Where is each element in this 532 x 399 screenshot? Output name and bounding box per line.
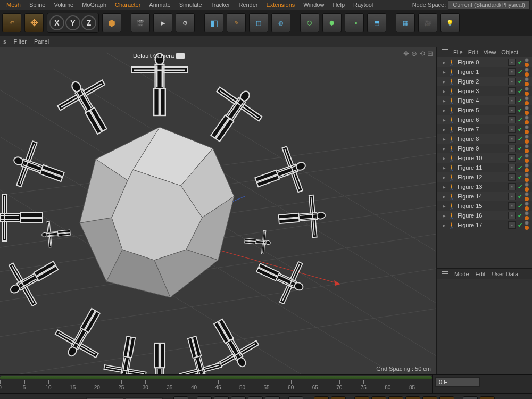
burger-icon[interactable] — [442, 271, 448, 277]
visibility-toggle[interactable]: ✔ — [518, 107, 522, 114]
layer-toggle[interactable]: ▪ — [508, 221, 516, 229]
menu-tracker[interactable]: Tracker — [206, 1, 235, 9]
object-row[interactable]: ▸🚶Figure 7▪✔ — [437, 124, 532, 134]
viewport[interactable]: Default Camera ✥ ⊕ ⟲ ⊞ Grid Spacing : 50… — [0, 47, 437, 374]
move-tool-button[interactable]: ✥ — [24, 13, 44, 32]
visibility-toggle[interactable]: ✔ — [518, 145, 522, 152]
layer-toggle[interactable]: ▪ — [508, 59, 516, 66]
render-view-button[interactable]: ▶ — [153, 13, 172, 32]
render-dots[interactable] — [525, 154, 529, 163]
object-row[interactable]: ▸🚶Figure 0▪✔ — [437, 57, 532, 67]
axis-y-button[interactable]: Y — [65, 15, 80, 30]
sound-button[interactable]: 🔊 — [463, 396, 478, 399]
object-row[interactable]: ▸🚶Figure 3▪✔ — [437, 86, 532, 96]
subbar-filter[interactable]: Filter — [14, 38, 27, 45]
layer-toggle[interactable]: ▪ — [508, 193, 516, 200]
next-frame-button[interactable]: ▶ — [248, 396, 263, 399]
record-button[interactable]: ● — [314, 396, 329, 399]
object-row[interactable]: ▸🚶Figure 2▪✔ — [437, 77, 532, 86]
object-row[interactable]: ▸🚶Figure 5▪✔ — [437, 105, 532, 115]
layer-toggle[interactable]: ▪ — [508, 116, 516, 123]
visibility-toggle[interactable]: ✔ — [518, 212, 522, 219]
menu-spline[interactable]: Spline — [25, 1, 50, 9]
viewport-zoom-icon[interactable]: ⊕ — [411, 49, 417, 57]
render-dots[interactable] — [525, 182, 529, 192]
object-row[interactable]: ▸🚶Figure 17▪✔ — [437, 220, 532, 230]
undo-button[interactable]: ↶ — [2, 13, 21, 32]
menu-help[interactable]: Help — [328, 1, 349, 9]
viewport-rotate-icon[interactable]: ⟲ — [419, 49, 425, 57]
visibility-toggle[interactable]: ✔ — [518, 97, 522, 104]
am-edit[interactable]: Edit — [476, 271, 486, 277]
menu-window[interactable]: Window — [299, 1, 328, 9]
layer-toggle[interactable]: ▪ — [508, 154, 516, 162]
marker-button[interactable]: ▥ — [480, 396, 495, 399]
layer-toggle[interactable]: ▪ — [508, 183, 516, 190]
layer-toggle[interactable]: ▪ — [508, 68, 516, 76]
current-frame-field[interactable]: 0 F — [435, 377, 480, 387]
menu-render[interactable]: Render — [234, 1, 262, 9]
layer-toggle[interactable]: ▪ — [508, 145, 516, 152]
object-row[interactable]: ▸🚶Figure 13▪✔ — [437, 182, 532, 192]
pos-key-button[interactable]: ✥ — [371, 396, 386, 399]
render-dots[interactable] — [525, 115, 529, 124]
layer-toggle[interactable]: ▪ — [508, 87, 516, 95]
visibility-toggle[interactable]: ✔ — [518, 78, 522, 85]
next-key-button[interactable]: ⏭ — [265, 396, 280, 399]
render-settings-button[interactable]: 🎬 — [131, 13, 150, 32]
menu-simulate[interactable]: Simulate — [175, 1, 206, 9]
volume-button[interactable]: ◍ — [271, 13, 290, 32]
visibility-toggle[interactable]: ✔ — [518, 222, 522, 229]
layer-toggle[interactable]: ▪ — [508, 106, 516, 114]
om-view[interactable]: View — [484, 49, 496, 55]
visibility-toggle[interactable]: ✔ — [518, 88, 522, 95]
viewport-maximize-icon[interactable]: ⊞ — [427, 49, 433, 57]
layer-toggle[interactable]: ▪ — [508, 164, 516, 171]
render-dots[interactable] — [525, 87, 529, 96]
om-file[interactable]: File — [453, 49, 463, 55]
am-mode[interactable]: Mode — [454, 271, 469, 277]
object-row[interactable]: ▸🚶Figure 16▪✔ — [437, 211, 532, 220]
render-dots[interactable] — [525, 58, 529, 67]
visibility-toggle[interactable]: ✔ — [518, 117, 522, 123]
prev-key-button[interactable]: ⏮ — [197, 396, 212, 399]
pla-key-button[interactable]: ⠿ — [439, 396, 454, 399]
object-list[interactable]: ▸🚶Figure 0▪✔▸🚶Figure 1▪✔▸🚶Figure 2▪✔▸🚶Fi… — [437, 57, 532, 269]
render-dots[interactable] — [525, 221, 529, 230]
axis-x-button[interactable]: X — [49, 15, 64, 30]
cube-primitive-button[interactable]: ◧ — [204, 13, 223, 32]
visibility-toggle[interactable]: ✔ — [518, 69, 522, 76]
object-row[interactable]: ▸🚶Figure 10▪✔ — [437, 153, 532, 163]
am-userdata[interactable]: User Data — [492, 271, 519, 277]
render-dots[interactable] — [525, 163, 529, 172]
layer-toggle[interactable]: ▪ — [508, 78, 516, 85]
visibility-toggle[interactable]: ✔ — [518, 59, 522, 66]
subbar-panel[interactable]: Panel — [34, 38, 49, 45]
visibility-toggle[interactable]: ✔ — [518, 126, 522, 133]
render-dots[interactable] — [525, 68, 529, 77]
object-row[interactable]: ▸🚶Figure 12▪✔ — [437, 172, 532, 182]
visibility-toggle[interactable]: ✔ — [518, 203, 522, 210]
layer-toggle[interactable]: ▪ — [508, 212, 516, 219]
object-row[interactable]: ▸🚶Figure 14▪✔ — [437, 192, 532, 201]
cloner-button[interactable]: ⬡ — [300, 13, 319, 32]
visibility-toggle[interactable]: ✔ — [518, 164, 522, 171]
timeline-ruler[interactable]: 051015202530354045505560657075808590 — [0, 375, 432, 393]
menu-mesh[interactable]: Mesh — [2, 1, 25, 9]
render-dots[interactable] — [525, 135, 529, 144]
render-dots[interactable] — [525, 192, 529, 201]
menu-animate[interactable]: Animate — [145, 1, 174, 9]
menu-raytool[interactable]: Raytool — [349, 1, 377, 9]
om-object[interactable]: Object — [501, 49, 518, 55]
object-row[interactable]: ▸🚶Figure 1▪✔ — [437, 67, 532, 77]
visibility-toggle[interactable]: ✔ — [518, 184, 522, 190]
viewport-move-icon[interactable]: ✥ — [403, 49, 409, 57]
menu-character[interactable]: Character — [111, 1, 145, 9]
subdivision-button[interactable]: ◫ — [249, 13, 268, 32]
rot-key-button[interactable]: ⟲ — [405, 396, 420, 399]
coord-system-button[interactable]: ⬢ — [102, 13, 121, 32]
field-button[interactable]: ⇥ — [345, 13, 364, 32]
render-dots[interactable] — [525, 202, 529, 211]
object-row[interactable]: ▸🚶Figure 15▪✔ — [437, 201, 532, 211]
render-dots[interactable] — [525, 211, 529, 220]
